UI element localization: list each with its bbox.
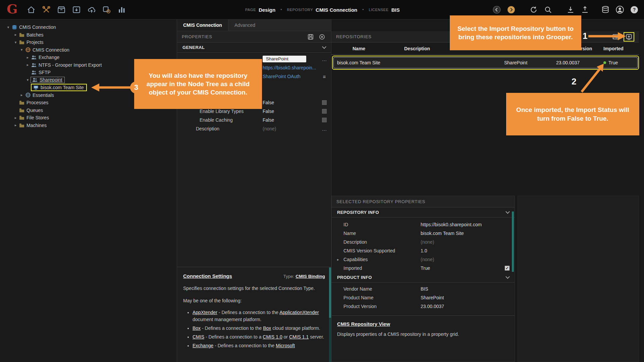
expander-collapsed-icon[interactable]: ▸ bbox=[25, 63, 31, 67]
tab-cmis-connection[interactable]: CMIS Connection bbox=[177, 19, 228, 31]
applicationxtender-link[interactable]: ApplicationXtender bbox=[279, 310, 319, 315]
tree-item-cmis-connection[interactable]: ▾ CMIS Connection bbox=[0, 46, 177, 54]
scrollbar-thumb[interactable] bbox=[329, 267, 331, 318]
product-info-section-header[interactable]: PRODUCT INFO bbox=[332, 273, 515, 283]
property-row-imported[interactable]: Imported True ✓ bbox=[332, 264, 515, 273]
ellipsis-button[interactable]: … bbox=[318, 56, 331, 62]
callout-node-tree: You will also have the repository appear… bbox=[134, 59, 262, 109]
repository-info-section-header[interactable]: REPOSITORY INFO bbox=[332, 207, 515, 218]
scrollbar-track[interactable] bbox=[329, 318, 331, 362]
back-button[interactable] bbox=[492, 5, 502, 15]
expander-collapsed-icon[interactable]: ▸ bbox=[13, 33, 18, 37]
sharepoint-oauth-link[interactable]: SharePoint OAuth bbox=[263, 74, 318, 79]
expander-expanded-icon[interactable]: ▾ bbox=[13, 40, 18, 45]
property-value: (none) bbox=[421, 257, 500, 262]
scrollbar-thumb[interactable] bbox=[512, 212, 514, 272]
connection-settings-value-input[interactable]: SharePoint bbox=[263, 56, 306, 62]
expander-collapsed-icon[interactable]: ▸ bbox=[13, 116, 18, 120]
repositories-region: REPOSITORIES Name Description Product Na… bbox=[331, 19, 644, 362]
chevron-down-icon[interactable] bbox=[505, 209, 510, 214]
cmis-link[interactable]: CMIS bbox=[193, 334, 204, 340]
tree-item-batches[interactable]: ▸ Batches bbox=[0, 31, 177, 39]
cmis-repository-view-link[interactable]: CMIS Repository View bbox=[337, 321, 509, 327]
tree-item-file-stores[interactable]: ▸ File Stores bbox=[0, 114, 177, 122]
chevron-down-icon[interactable] bbox=[505, 275, 510, 279]
help-paragraph: Specifies connection settings for the se… bbox=[183, 285, 325, 292]
sharepoint-url-link[interactable]: https://bisok0.sharepoin... bbox=[263, 65, 318, 70]
expander-expanded-icon[interactable]: ▾ bbox=[5, 25, 11, 29]
repository-row-bisok-team-site[interactable]: bisok.com Team Site SharePoint 23.00.003… bbox=[333, 57, 638, 68]
archive-box-icon[interactable] bbox=[56, 5, 66, 15]
forward-button[interactable] bbox=[506, 5, 516, 15]
tree-item-cmis-connection-root[interactable]: ▾ CMIS Connection bbox=[0, 23, 177, 31]
save-icon[interactable] bbox=[306, 33, 315, 41]
image-preview-icon[interactable] bbox=[611, 33, 620, 41]
expander-collapsed-icon[interactable]: ▸ bbox=[25, 55, 31, 60]
property-value: (none) bbox=[421, 239, 500, 245]
general-section-header[interactable]: GENERAL bbox=[177, 43, 331, 53]
cmis-binding-link[interactable]: CMIS Binding bbox=[296, 274, 325, 279]
download-icon[interactable] bbox=[566, 5, 576, 15]
property-row-enable-caching[interactable]: Enable Caching False bbox=[177, 116, 331, 124]
box-link[interactable]: Box bbox=[193, 325, 201, 331]
callout-number-1: 1 bbox=[583, 31, 587, 41]
user-account-icon[interactable] bbox=[615, 5, 625, 15]
checkbox-unchecked[interactable] bbox=[322, 100, 327, 105]
general-section-title: GENERAL bbox=[182, 45, 205, 50]
help-title-link[interactable]: Connection Settings bbox=[183, 273, 232, 280]
expander-collapsed-icon[interactable]: ▸ bbox=[337, 257, 343, 262]
appxtender-link[interactable]: AppXtender bbox=[193, 310, 217, 315]
database-stack-icon[interactable] bbox=[600, 5, 610, 15]
property-value: BIS bbox=[421, 286, 500, 292]
properties-title: PROPERTIES bbox=[182, 34, 212, 39]
checkbox-unchecked[interactable] bbox=[322, 118, 327, 122]
property-row-cmis-version[interactable]: CMIS Version Supported 1.0 bbox=[332, 246, 515, 255]
home-icon[interactable] bbox=[26, 5, 36, 15]
expander-expanded-icon[interactable]: ▾ bbox=[25, 78, 31, 82]
column-header-imported[interactable]: Imported bbox=[603, 46, 639, 51]
cmis10-link[interactable]: CMIS 1.0 bbox=[263, 334, 282, 340]
refresh-icon[interactable] bbox=[529, 5, 539, 15]
close-icon[interactable] bbox=[318, 33, 326, 41]
tree-item-label: CMIS Connection bbox=[19, 24, 56, 30]
property-row-vendor-name[interactable]: Vendor Name BIS bbox=[332, 285, 515, 293]
property-row-product-name[interactable]: Product Name SharePoint bbox=[332, 293, 515, 302]
cmis11-link[interactable]: CMIS 1.1 bbox=[289, 334, 309, 340]
property-row-name[interactable]: Name bisok.com Team Site bbox=[332, 229, 515, 238]
expander-expanded-icon[interactable]: ▾ bbox=[19, 48, 24, 52]
cloud-upload-icon[interactable] bbox=[87, 5, 97, 15]
menu-icon[interactable]: ≡ bbox=[318, 74, 331, 79]
empty-detail-panel bbox=[518, 196, 639, 362]
property-row-capabilities[interactable]: ▸ Capabilities (none) bbox=[332, 255, 515, 264]
scheduled-batch-icon[interactable] bbox=[102, 5, 112, 15]
column-header-name[interactable]: Name bbox=[331, 46, 404, 51]
stats-chart-icon[interactable] bbox=[117, 5, 127, 15]
tools-icon[interactable] bbox=[41, 5, 51, 15]
ellipsis-button[interactable]: … bbox=[318, 126, 331, 132]
tree-item-projects[interactable]: ▾ Projects bbox=[0, 39, 177, 46]
property-row-id[interactable]: ID https://bisok0.sharepoint.com bbox=[332, 220, 515, 229]
property-row-description[interactable]: Description (none) … bbox=[177, 124, 331, 133]
repo-name-cell: bisok.com Team Site bbox=[334, 60, 404, 65]
tab-advanced[interactable]: Advanced bbox=[228, 19, 261, 31]
exchange-link[interactable]: Exchange bbox=[193, 343, 213, 348]
checkbox-checked[interactable]: ✓ bbox=[505, 266, 509, 270]
search-icon[interactable] bbox=[543, 5, 553, 15]
people-icon bbox=[31, 55, 37, 60]
checkbox-unchecked[interactable] bbox=[322, 109, 327, 114]
page-label: PAGE bbox=[245, 8, 256, 12]
expander-collapsed-icon[interactable]: ▸ bbox=[13, 123, 18, 127]
help-icon[interactable]: ? bbox=[629, 5, 639, 15]
tree-item-machines[interactable]: ▸ Machines bbox=[0, 122, 177, 129]
microsoft-link[interactable]: Microsoft bbox=[276, 343, 295, 348]
import-repository-button[interactable] bbox=[626, 34, 632, 40]
box-link[interactable]: Box bbox=[263, 325, 271, 331]
chevron-down-icon[interactable] bbox=[322, 45, 326, 49]
batch-import-icon[interactable] bbox=[71, 5, 82, 15]
property-row-product-version[interactable]: Product Version 23.00.0037 bbox=[332, 302, 515, 311]
expander-collapsed-icon[interactable]: ▸ bbox=[19, 93, 24, 97]
upload-icon[interactable] bbox=[580, 5, 590, 15]
properties-header-bar: PROPERTIES bbox=[177, 31, 331, 43]
property-row-description[interactable]: Description (none) bbox=[332, 238, 515, 246]
selected-node-box[interactable]: Sharepoint bbox=[31, 77, 65, 83]
